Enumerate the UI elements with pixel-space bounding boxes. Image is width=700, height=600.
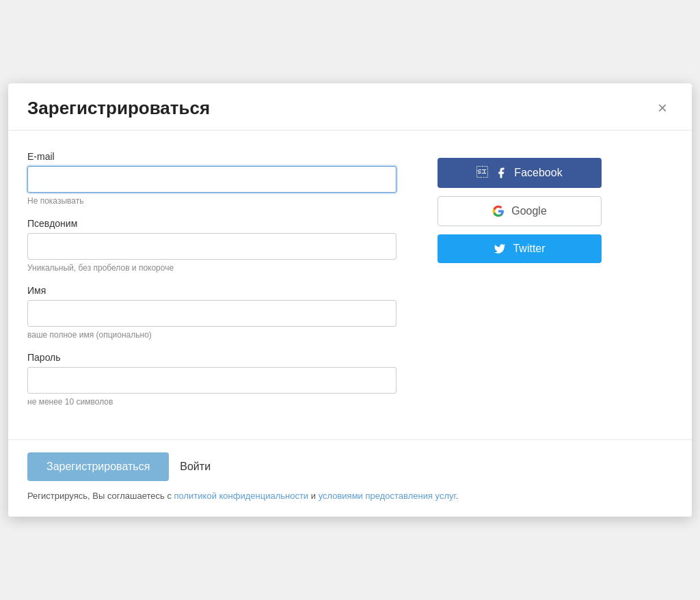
dialog-header: Зарегистрироваться × <box>8 83 692 131</box>
terms-text-after: . <box>456 491 459 501</box>
facebook-button[interactable]:  Facebook <box>438 158 602 188</box>
password-field-group: Пароль не менее 10 символов <box>27 352 396 407</box>
privacy-link[interactable]: политикой конфиденциальности <box>174 491 309 501</box>
terms-and: и <box>308 491 319 501</box>
username-label: Псевдоним <box>27 218 396 229</box>
username-field-group: Псевдоним Уникальный, без пробелов и пок… <box>27 218 396 273</box>
close-button[interactable]: × <box>652 97 673 119</box>
twitter-button[interactable]: Twitter <box>438 234 602 263</box>
name-label: Имя <box>27 285 396 296</box>
footer-actions: Зарегистрироваться Войти <box>27 452 673 481</box>
register-button[interactable]: Зарегистрироваться <box>27 452 169 481</box>
name-input[interactable] <box>27 300 396 327</box>
footer-terms: Регистрируясь, Вы соглашаетесь с политик… <box>27 489 673 503</box>
dialog-title: Зарегистрироваться <box>27 98 210 119</box>
twitter-label: Twitter <box>513 243 545 255</box>
dialog-body: E-mail Не показывать Псевдоним Уникальны… <box>8 131 692 440</box>
social-section:  Facebook Google <box>438 151 602 419</box>
facebook-icon:  <box>476 166 488 180</box>
password-hint: не менее 10 символов <box>27 397 396 407</box>
email-input[interactable] <box>27 166 396 193</box>
google-icon-svg <box>492 205 504 217</box>
login-button[interactable]: Войти <box>180 461 211 473</box>
password-input[interactable] <box>27 367 396 394</box>
email-field-group: E-mail Не показывать <box>27 151 396 206</box>
name-hint: ваше полное имя (опционально) <box>27 330 396 340</box>
registration-dialog: Зарегистрироваться × E-mail Не показыват… <box>8 83 692 517</box>
password-label: Пароль <box>27 352 396 363</box>
dialog-footer: Зарегистрироваться Войти Регистрируясь, … <box>8 440 692 517</box>
username-hint: Уникальный, без пробелов и покороче <box>27 263 396 273</box>
service-link[interactable]: условиями предоставления услуг <box>319 491 456 501</box>
google-label: Google <box>511 205 547 217</box>
email-hint: Не показывать <box>27 196 396 206</box>
form-section: E-mail Не показывать Псевдоним Уникальны… <box>27 151 396 419</box>
twitter-icon-svg <box>494 243 506 255</box>
email-label: E-mail <box>27 151 396 162</box>
facebook-label: Facebook <box>514 167 562 179</box>
facebook-icon-svg <box>495 167 507 179</box>
name-field-group: Имя ваше полное имя (опционально) <box>27 285 396 340</box>
username-input[interactable] <box>27 233 396 260</box>
terms-text-before: Регистрируясь, Вы соглашаетесь с <box>27 491 174 501</box>
google-button[interactable]: Google <box>438 196 602 226</box>
